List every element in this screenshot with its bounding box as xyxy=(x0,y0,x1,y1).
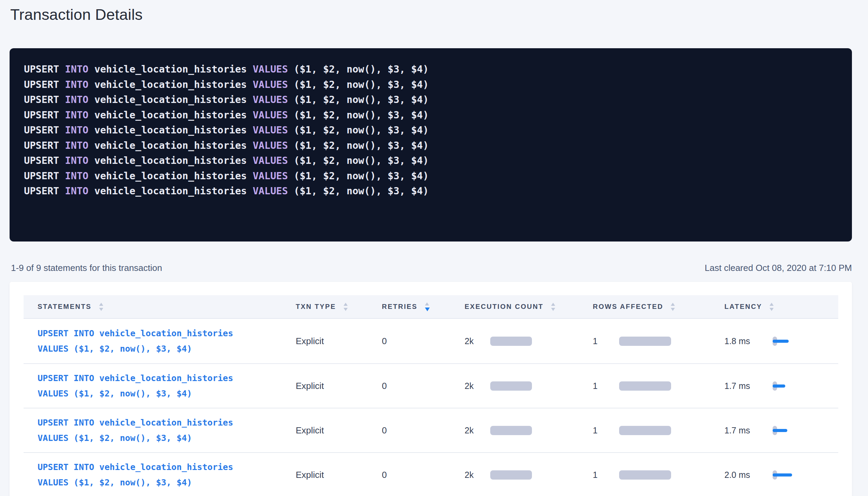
sql-code-line: UPSERT INTO vehicle_location_histories V… xyxy=(24,108,838,123)
latency-cell: 2.0 ms xyxy=(724,470,838,480)
sql-code-line: UPSERT INTO vehicle_location_histories V… xyxy=(24,153,838,169)
latency-bar-chart xyxy=(773,381,787,391)
retries-value: 0 xyxy=(382,381,465,391)
rows-affected-value: 1 xyxy=(593,470,619,480)
column-header-rows-affected[interactable]: ROWS AFFECTED xyxy=(593,303,724,311)
rows-affected-bar xyxy=(619,337,671,346)
latency-bar-chart xyxy=(773,426,789,435)
sort-arrows-icon[interactable] xyxy=(770,303,774,311)
sql-code-line: UPSERT INTO vehicle_location_histories V… xyxy=(24,92,838,108)
execution-count-value: 2k xyxy=(465,426,490,435)
statement-row: UPSERT INTO vehicle_location_historiesVA… xyxy=(24,319,838,364)
execution-count-bar xyxy=(490,426,532,435)
sort-arrows-icon[interactable] xyxy=(671,303,675,311)
execution-count-cell: 2k xyxy=(465,336,593,346)
column-header-label: TXN TYPE xyxy=(296,303,336,311)
column-header-statements[interactable]: STATEMENTS xyxy=(38,303,296,311)
column-header-txn-type[interactable]: TXN TYPE xyxy=(296,303,382,311)
execution-count-bar xyxy=(490,470,532,480)
latency-bar-chart xyxy=(773,470,793,480)
sql-code-line: UPSERT INTO vehicle_location_histories V… xyxy=(24,184,838,199)
latency-value: 1.7 ms xyxy=(724,426,773,435)
execution-count-cell: 2k xyxy=(465,470,593,480)
execution-count-cell: 2k xyxy=(465,381,593,391)
execution-count-value: 2k xyxy=(465,470,490,480)
latency-bar xyxy=(773,473,792,477)
statement-link[interactable]: UPSERT INTO vehicle_location_historiesVA… xyxy=(38,415,296,446)
sql-code-line: UPSERT INTO vehicle_location_histories V… xyxy=(24,169,838,184)
column-header-latency[interactable]: LATENCY xyxy=(724,303,838,311)
rows-affected-cell: 1 xyxy=(593,381,724,391)
sort-arrows-icon[interactable] xyxy=(425,302,430,311)
latency-cell: 1.7 ms xyxy=(724,426,838,435)
execution-count-bar xyxy=(490,337,532,346)
latency-bar xyxy=(773,340,789,343)
txn-type-value: Explicit xyxy=(296,381,382,391)
sort-arrows-icon[interactable] xyxy=(344,303,348,311)
last-cleared-timestamp: Last cleared Oct 08, 2020 at 7:10 PM xyxy=(705,263,852,273)
column-header-label: ROWS AFFECTED xyxy=(593,303,663,311)
latency-value: 2.0 ms xyxy=(724,470,773,480)
statement-link[interactable]: UPSERT INTO vehicle_location_historiesVA… xyxy=(38,370,296,401)
statement-row: UPSERT INTO vehicle_location_historiesVA… xyxy=(24,453,838,496)
column-header-retries[interactable]: RETRIES xyxy=(382,302,465,311)
rows-affected-value: 1 xyxy=(593,426,619,435)
sort-arrows-icon[interactable] xyxy=(551,303,555,311)
statement-row: UPSERT INTO vehicle_location_historiesVA… xyxy=(24,408,838,453)
column-header-execution-count[interactable]: EXECUTION COUNT xyxy=(465,303,593,311)
execution-count-value: 2k xyxy=(465,336,490,346)
latency-cell: 1.7 ms xyxy=(724,381,838,391)
sql-code-line: UPSERT INTO vehicle_location_histories V… xyxy=(24,123,838,138)
statements-table-card: STATEMENTSTXN TYPERETRIESEXECUTION COUNT… xyxy=(10,282,852,496)
sort-arrows-icon[interactable] xyxy=(99,303,103,311)
txn-type-value: Explicit xyxy=(296,336,382,347)
statement-link[interactable]: UPSERT INTO vehicle_location_historiesVA… xyxy=(38,459,296,490)
execution-count-bar xyxy=(490,381,532,391)
statement-link[interactable]: UPSERT INTO vehicle_location_historiesVA… xyxy=(38,326,296,356)
rows-affected-bar xyxy=(619,426,671,435)
latency-bar-chart xyxy=(773,337,790,346)
rows-affected-cell: 1 xyxy=(593,426,724,435)
retries-value: 0 xyxy=(382,336,465,347)
rows-affected-value: 1 xyxy=(593,336,619,346)
latency-cell: 1.8 ms xyxy=(724,336,838,346)
rows-affected-bar xyxy=(619,470,671,480)
transaction-sql-code-block: UPSERT INTO vehicle_location_histories V… xyxy=(10,48,852,242)
retries-value: 0 xyxy=(382,425,465,436)
retries-value: 0 xyxy=(382,470,465,480)
statements-table-body: UPSERT INTO vehicle_location_historiesVA… xyxy=(24,319,838,496)
statements-table-header: STATEMENTSTXN TYPERETRIESEXECUTION COUNT… xyxy=(24,295,838,319)
execution-count-value: 2k xyxy=(465,381,490,391)
rows-affected-value: 1 xyxy=(593,381,619,391)
latency-bar xyxy=(773,429,787,432)
txn-type-value: Explicit xyxy=(296,425,382,436)
rows-affected-bar xyxy=(619,381,671,391)
execution-count-cell: 2k xyxy=(465,426,593,435)
sql-code-line: UPSERT INTO vehicle_location_histories V… xyxy=(24,77,838,93)
rows-affected-cell: 1 xyxy=(593,470,724,480)
txn-type-value: Explicit xyxy=(296,470,382,480)
sql-code-line: UPSERT INTO vehicle_location_histories V… xyxy=(24,62,838,77)
latency-bar xyxy=(773,384,785,388)
page-title: Transaction Details xyxy=(10,0,852,24)
column-header-label: EXECUTION COUNT xyxy=(465,303,544,311)
statements-count-summary: 1-9 of 9 statements for this transaction xyxy=(11,263,162,273)
latency-value: 1.7 ms xyxy=(724,381,773,391)
column-header-label: LATENCY xyxy=(724,303,762,311)
rows-affected-cell: 1 xyxy=(593,336,724,346)
statement-row: UPSERT INTO vehicle_location_historiesVA… xyxy=(24,364,838,408)
column-header-label: RETRIES xyxy=(382,303,417,311)
latency-value: 1.8 ms xyxy=(724,336,773,346)
sql-code-line: UPSERT INTO vehicle_location_histories V… xyxy=(24,138,838,154)
transaction-details-page: Transaction Details UPSERT INTO vehicle_… xyxy=(10,0,852,496)
column-header-label: STATEMENTS xyxy=(38,303,92,311)
